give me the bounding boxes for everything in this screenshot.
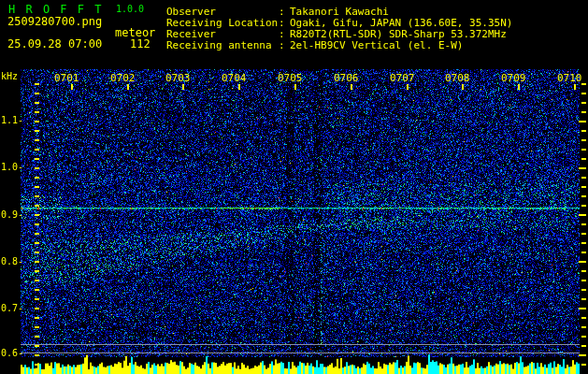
time-tick-label: 0710 bbox=[557, 73, 582, 83]
time-tick-label: 0701 bbox=[54, 73, 79, 83]
receiving-antenna-value: 2el-HB9CV Vertical (el. E-W) bbox=[290, 40, 463, 51]
time-tick-label: 0703 bbox=[165, 73, 191, 83]
observation-datetime: 25.09.28 07:00 bbox=[7, 38, 102, 50]
freq-axis-unit: kHz bbox=[1, 72, 18, 81]
freq-tick-label: 0.8- bbox=[1, 257, 23, 266]
observer-info-block: Observer:Takanori Kawachi Receiving Loca… bbox=[166, 7, 512, 51]
colon: : bbox=[279, 40, 290, 51]
receiving-antenna-label: Receiving antenna bbox=[166, 40, 279, 51]
hrofft-window: H R O F F T 1.0.0 2509280700.png meteor … bbox=[0, 0, 588, 374]
time-tick-label: 0705 bbox=[278, 73, 303, 83]
time-tick-label: 0702 bbox=[110, 73, 136, 83]
freq-tick-label: 0.9- bbox=[1, 210, 23, 220]
time-tick-label: 0706 bbox=[334, 73, 359, 83]
meteor-count: 112 bbox=[130, 38, 151, 50]
output-filename: 2509280700.png bbox=[7, 16, 102, 27]
spectrogram-canvas bbox=[0, 0, 588, 374]
freq-tick-label: 0.6- bbox=[1, 349, 23, 358]
receiving-antenna-row: Receiving antenna:2el-HB9CV Vertical (el… bbox=[166, 40, 512, 51]
time-tick-label: 0708 bbox=[445, 73, 470, 83]
freq-tick-label: 1.1- bbox=[1, 116, 23, 125]
time-tick-label: 0704 bbox=[222, 73, 247, 83]
time-tick-label: 0709 bbox=[501, 73, 526, 83]
freq-tick-label: 1.0- bbox=[1, 163, 23, 172]
app-title: H R O F F T bbox=[8, 4, 103, 15]
app-version: 1.0.0 bbox=[116, 5, 144, 14]
time-tick-label: 0707 bbox=[390, 73, 415, 83]
freq-tick-label: 0.7- bbox=[1, 304, 23, 313]
